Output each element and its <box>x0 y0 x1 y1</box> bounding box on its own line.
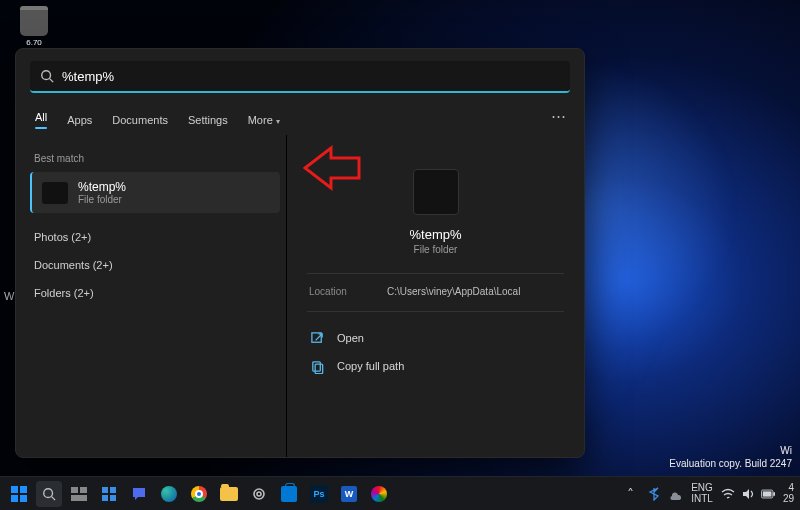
recycle-bin-icon <box>20 6 48 36</box>
onedrive-icon[interactable] <box>669 487 683 501</box>
taskbar-edge[interactable] <box>156 481 182 507</box>
svg-rect-17 <box>102 495 108 501</box>
action-copy-label: Copy full path <box>337 360 404 372</box>
details-panel: %temp% File folder Location C:\Users\vin… <box>286 135 584 457</box>
svg-rect-6 <box>11 486 18 493</box>
divider <box>307 273 564 274</box>
search-icon <box>40 69 54 83</box>
svg-rect-16 <box>110 487 116 493</box>
overflow-menu-icon[interactable]: ⋯ <box>551 107 568 125</box>
result-title: %temp% <box>78 180 126 194</box>
clock[interactable]: 429 <box>783 483 794 504</box>
taskbar-widgets[interactable] <box>96 481 122 507</box>
svg-rect-14 <box>71 495 87 501</box>
battery-icon <box>761 487 775 501</box>
svg-rect-12 <box>71 487 78 493</box>
svg-rect-9 <box>20 495 27 502</box>
category-photos[interactable]: Photos (2+) <box>30 223 280 251</box>
details-location-row: Location C:\Users\viney\AppData\Local <box>307 286 564 297</box>
tab-settings[interactable]: Settings <box>187 108 229 132</box>
svg-rect-4 <box>315 364 323 373</box>
tab-documents[interactable]: Documents <box>111 108 169 132</box>
copy-icon <box>309 358 325 374</box>
svg-rect-7 <box>20 486 27 493</box>
taskbar-store[interactable] <box>276 481 302 507</box>
taskbar-search[interactable] <box>36 481 62 507</box>
open-icon <box>309 330 325 346</box>
tab-apps[interactable]: Apps <box>66 108 93 132</box>
language-indicator[interactable]: ENGINTL <box>691 483 713 504</box>
taskbar-paint[interactable] <box>366 481 392 507</box>
tray-overflow[interactable]: ˄ <box>621 481 639 507</box>
desktop-icon-label: 6.70 <box>12 38 56 47</box>
tab-all[interactable]: All <box>34 105 48 135</box>
category-folders[interactable]: Folders (2+) <box>30 279 280 307</box>
quick-settings[interactable] <box>721 487 775 501</box>
action-open[interactable]: Open <box>307 324 564 352</box>
evaluation-watermark: Wi Evaluation copy. Build 2247 <box>669 444 792 470</box>
location-label: Location <box>309 286 363 297</box>
best-match-result[interactable]: %temp% File folder <box>30 172 280 213</box>
svg-rect-15 <box>102 487 108 493</box>
system-tray: ˄ ENGINTL 429 <box>621 481 794 507</box>
svg-point-10 <box>44 488 53 497</box>
details-subtitle: File folder <box>307 244 564 255</box>
taskbar-word[interactable]: W <box>336 481 362 507</box>
stray-letter: W <box>4 290 14 302</box>
folder-icon <box>42 182 68 204</box>
taskbar-explorer[interactable] <box>216 481 242 507</box>
search-box[interactable] <box>30 61 570 93</box>
taskbar-settings[interactable] <box>246 481 272 507</box>
taskbar-chrome[interactable] <box>186 481 212 507</box>
svg-point-19 <box>254 489 264 499</box>
desktop-recycle-bin[interactable]: 6.70 <box>12 6 56 47</box>
results-panel: Best match %temp% File folder Photos (2+… <box>16 135 286 457</box>
details-title: %temp% <box>307 227 564 242</box>
svg-rect-8 <box>11 495 18 502</box>
svg-rect-13 <box>80 487 87 493</box>
svg-rect-22 <box>763 491 772 496</box>
bluetooth-icon[interactable] <box>647 487 661 501</box>
location-value: C:\Users\viney\AppData\Local <box>387 286 520 297</box>
svg-rect-23 <box>773 492 775 496</box>
svg-rect-18 <box>110 495 116 501</box>
best-match-label: Best match <box>34 153 276 164</box>
search-tabs: All Apps Documents Settings More▾ ⋯ <box>16 101 584 135</box>
chevron-down-icon: ▾ <box>276 117 280 126</box>
result-subtitle: File folder <box>78 194 126 205</box>
svg-point-0 <box>42 71 51 80</box>
divider <box>307 311 564 312</box>
search-flyout: All Apps Documents Settings More▾ ⋯ Best… <box>15 48 585 458</box>
action-open-label: Open <box>337 332 364 344</box>
svg-rect-3 <box>312 361 320 370</box>
wifi-icon <box>721 487 735 501</box>
svg-point-20 <box>257 492 261 496</box>
details-folder-icon <box>413 169 459 215</box>
taskbar-photoshop[interactable]: Ps <box>306 481 332 507</box>
svg-line-1 <box>50 79 54 83</box>
taskbar-chat[interactable] <box>126 481 152 507</box>
search-input[interactable] <box>62 69 560 84</box>
taskbar: Ps W ˄ ENGINTL 429 <box>0 476 800 510</box>
svg-line-11 <box>52 496 56 500</box>
tab-more[interactable]: More▾ <box>247 108 281 132</box>
start-button[interactable] <box>6 481 32 507</box>
taskbar-taskview[interactable] <box>66 481 92 507</box>
action-copy-path[interactable]: Copy full path <box>307 352 564 380</box>
volume-icon <box>741 487 755 501</box>
category-documents[interactable]: Documents (2+) <box>30 251 280 279</box>
